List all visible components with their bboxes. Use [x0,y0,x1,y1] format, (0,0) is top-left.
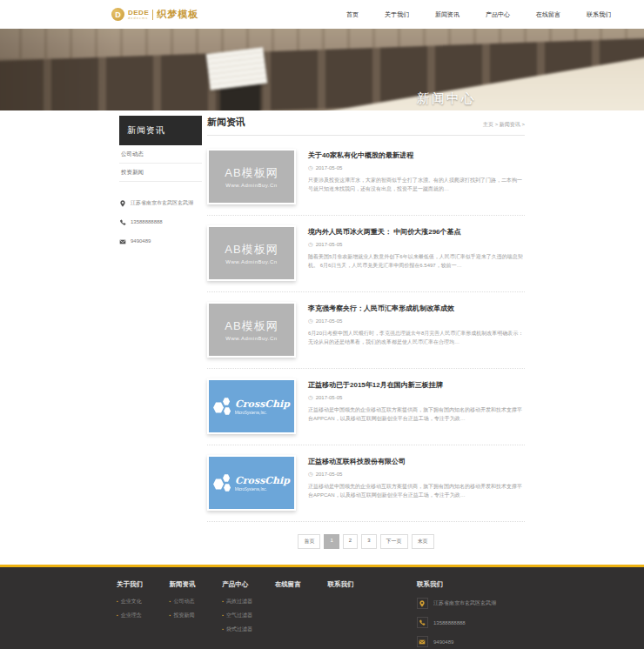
contact-phone-row: 13588888888 [119,218,202,226]
footer-link[interactable]: ▪高效过滤器 [222,598,275,606]
sidebar-item-investment-news[interactable]: 投资新闻 [119,164,202,182]
site-logo[interactable]: D DEDE dedecms 织梦模板 [111,8,198,21]
bullet-icon: ▪ [170,613,171,618]
news-title-link[interactable]: 正益移动互联科技股份有限公司 [308,457,525,466]
hexagon-cluster-icon [213,473,231,492]
footer-column-products: 产品中心 ▪高效过滤器 ▪空气过滤器 ▪袋式过滤器 [222,580,275,649]
logo-d-icon: D [111,8,124,21]
news-title-link[interactable]: 李克强考察央行：人民币汇率形成机制改革成效 [308,304,525,313]
footer-link[interactable]: ▪公司动态 [170,598,223,606]
footer-contact-address: 江苏省南京市玄武区玄武湖 [417,598,527,609]
news-body: 正益移动互联科技股份有限公司 ◷ 2017-05-05 正益移动是中国领先的企业… [308,455,525,511]
hexagon-cluster-icon [213,397,231,416]
thumb-brand-line1: AB模板网 [225,165,278,181]
bullet-icon: ▪ [170,599,171,604]
news-thumbnail[interactable]: AB模板网 Www.AdminBuy.Cn [207,149,296,204]
sidebar-item-company-news[interactable]: 公司动态 [119,145,202,164]
news-body: 关于40家私有化中概股的最新进程 ◷ 2017-05-05 只要涉及投资这潭浑水… [308,149,525,204]
news-body: 正益移动已于2015年12月在国内新三板挂牌 ◷ 2017-05-05 正益移动… [308,378,525,434]
footer-column-title: 联系我们 [327,580,380,589]
footer-link[interactable]: ▪企业文化 [117,598,170,606]
news-item: CrossChip MicroSystems,Inc. 正益移动互联科技股份有限… [207,445,525,522]
footer-column-title: 关于我们 [117,580,170,589]
clock-icon: ◷ [308,395,313,401]
news-body: 李克强考察央行：人民币汇率形成机制改革成效 ◷ 2017-05-05 6月20日… [308,302,525,358]
news-date: 2017-05-05 [316,165,343,171]
breadcrumb[interactable]: 主页 > 新闻资讯 > [483,121,525,129]
contact-phone-text: 13588888888 [131,218,163,226]
footer-column-title: 新闻资讯 [170,580,223,589]
footer-link[interactable]: ▪企业理念 [117,612,170,619]
footer-column-title: 在线留言 [275,580,328,589]
footer-link[interactable]: ▪袋式过滤器 [222,626,275,633]
contact-address-text: 江苏省南京市玄武区玄武湖 [131,199,193,207]
news-excerpt: 6月20日考察中国人民银行时，李克强总理就去年8月完善人民币汇率形成机制改革明确… [308,329,525,348]
crosschip-subname: MicroSystems,Inc. [235,487,290,492]
news-title-link[interactable]: 境内外人民币冰火两重天： 中间价大涨296个基点 [308,227,525,237]
clock-icon: ◷ [308,165,313,171]
news-date: 2017-05-05 [316,242,343,247]
location-icon [419,600,426,607]
news-date-row: ◷ 2017-05-05 [308,242,525,248]
news-title-link[interactable]: 正益移动已于2015年12月在国内新三板挂牌 [308,380,525,390]
news-item: AB模板网 Www.AdminBuy.Cn 关于40家私有化中概股的最新进程 ◷… [207,139,525,216]
contact-address-row: 江苏省南京市玄武区玄武湖 [119,199,202,207]
sidebar: 新闻资讯 公司动态 投资新闻 江苏省南京市玄武区玄武湖 13588888888 … [119,116,202,257]
news-thumbnail[interactable]: AB模板网 Www.AdminBuy.Cn [207,302,296,358]
bullet-icon: ▪ [117,599,118,604]
news-date-row: ◷ 2017-05-05 [308,472,525,478]
thumb-brand-line2: Www.AdminBuy.Cn [225,336,277,341]
contact-mail-text: 9490489 [131,238,151,245]
nav-item-home[interactable]: 首页 [346,10,359,19]
page-title: 新闻资讯 [207,116,245,129]
main-column: 新闻资讯 主页 > 新闻资讯 > AB模板网 Www.AdminBuy.Cn 关… [207,116,525,565]
sidebar-menu: 公司动态 投资新闻 [119,145,202,182]
page-first-button[interactable]: 首页 [298,534,320,549]
news-thumbnail[interactable]: CrossChip MicroSystems,Inc. [207,455,296,511]
logo-brand-subtext: dedecms [128,17,149,20]
hero-banner: 新闻中心 [0,29,644,110]
footer-link[interactable]: ▪空气过滤器 [222,612,275,619]
footer-column-news: 新闻资讯 ▪公司动态 ▪投资新闻 [170,580,223,649]
nav-item-about[interactable]: 关于我们 [385,10,409,19]
crosschip-name: CrossChip [235,475,290,486]
news-list: AB模板网 Www.AdminBuy.Cn 关于40家私有化中概股的最新进程 ◷… [207,139,525,522]
sidebar-contact: 江苏省南京市玄武区玄武湖 13588888888 9490489 [119,199,202,245]
site-header: D DEDE dedecms 织梦模板 首页 关于我们 新闻资讯 产品中心 在线… [0,0,644,29]
pagination: 首页 1 2 3 下一页 末页 [207,534,525,549]
bullet-icon: ▪ [222,613,224,618]
footer-column-about: 关于我们 ▪企业文化 ▪企业理念 [117,580,170,649]
page-next-button[interactable]: 下一页 [380,534,408,549]
news-excerpt: 只要涉及投资这潭浑水，大家的智商似乎全打了水漂。有的人摸爬滚打找到了门路，二本狗… [308,176,525,195]
clock-icon: ◷ [308,242,313,248]
news-item: AB模板网 Www.AdminBuy.Cn 李克强考察央行：人民币汇率形成机制改… [207,292,525,369]
news-thumbnail[interactable]: CrossChip MicroSystems,Inc. [207,378,296,434]
page-3-button[interactable]: 3 [361,534,376,549]
bullet-icon: ▪ [117,613,118,618]
news-body: 境内外人民币冰火两重天： 中间价大涨296个基点 ◷ 2017-05-05 随着… [308,225,525,281]
footer-column-title: 产品中心 [222,580,275,589]
news-thumbnail[interactable]: AB模板网 Www.AdminBuy.Cn [207,225,296,281]
clock-icon: ◷ [308,318,313,324]
logo-brand: DEDE dedecms [128,10,153,20]
footer-column-contact: 联系我们 [327,580,380,649]
news-excerpt: 正益移动是中国领先的企业移动互联方案提供商，旗下拥有国内知名的移动开发和技术支撑… [308,482,525,501]
news-excerpt: 随着美国5月非农新增就业人数意外创下6年以来最低值，人民币汇率似乎迎来了久违的喘… [308,252,525,271]
nav-item-message[interactable]: 在线留言 [536,10,560,19]
page-1-button[interactable]: 1 [324,534,339,549]
nav-item-contact[interactable]: 联系我们 [587,10,611,19]
hero-photo [0,29,644,110]
news-date: 2017-05-05 [316,472,343,477]
nav-item-products[interactable]: 产品中心 [486,10,510,19]
nav-item-news[interactable]: 新闻资讯 [435,10,460,19]
news-title-link[interactable]: 关于40家私有化中概股的最新进程 [308,151,525,160]
contact-mail-row: 9490489 [119,238,202,245]
news-date: 2017-05-05 [316,318,343,324]
footer-link[interactable]: ▪投资新闻 [170,612,223,619]
page-2-button[interactable]: 2 [343,534,358,549]
main-header: 新闻资讯 主页 > 新闻资讯 > [207,116,525,136]
content-area: 新闻资讯 公司动态 投资新闻 江苏省南京市玄武区玄武湖 13588888888 … [119,116,525,565]
page-last-button[interactable]: 末页 [412,534,434,549]
bullet-icon: ▪ [222,627,224,632]
footer-contact-mail: 9490489 [417,636,527,647]
